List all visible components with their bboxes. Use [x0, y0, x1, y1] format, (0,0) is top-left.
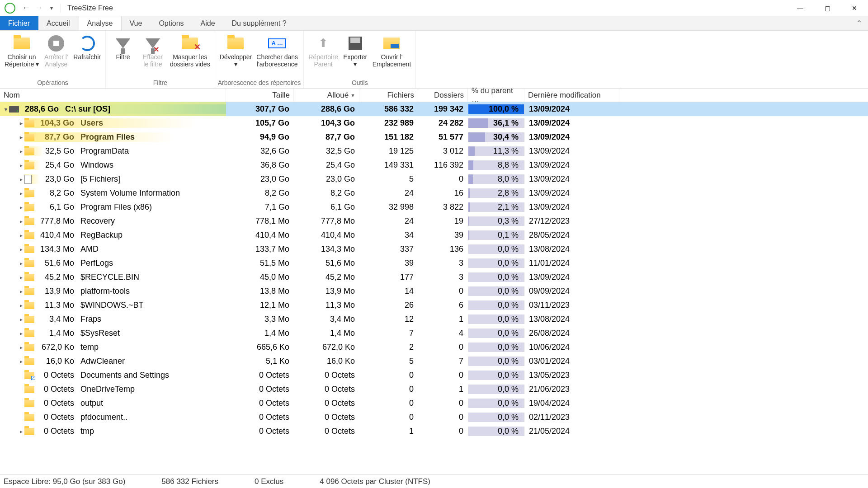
refresh-button[interactable]: Rafraîchir: [71, 33, 103, 62]
close-button[interactable]: ✕: [841, 0, 868, 16]
expander-icon[interactable]: ▸: [18, 120, 24, 127]
cell-date: 09/09/2024: [524, 286, 619, 296]
col-name[interactable]: Nom: [0, 89, 226, 102]
expander-icon[interactable]: ▸: [18, 204, 24, 211]
col-percent[interactable]: % du parent …: [468, 89, 524, 102]
col-folders[interactable]: Dossiers: [418, 89, 468, 102]
minimize-button[interactable]: —: [787, 0, 814, 16]
expander-icon[interactable]: ▸: [18, 428, 24, 435]
cell-fichiers: 586 332: [359, 104, 418, 114]
tree-row[interactable]: ▸1,4 Mo$SysReset1,4 Mo1,4 Mo740,0 %26/08…: [0, 326, 868, 340]
row-size: 0 Octets: [38, 385, 79, 394]
expander-icon[interactable]: ▸: [18, 218, 24, 225]
tree-row[interactable]: ↗0 OctetsDocuments and Settings0 Octets0…: [0, 368, 868, 382]
qat-dropdown[interactable]: ▾: [45, 2, 58, 14]
back-button[interactable]: ←: [20, 2, 33, 14]
app-icon: [5, 3, 15, 14]
tree-row[interactable]: ▸672,0 Kotemp665,6 Ko672,0 Ko200,0 %10/0…: [0, 340, 868, 354]
col-files[interactable]: Fichiers: [359, 89, 418, 102]
ribbon: Choisir unRépertoire ▾Arrêter l'AnalyseR…: [0, 31, 868, 89]
file-icon: [24, 175, 35, 184]
tree-row[interactable]: ▸6,1 GoProgram Files (x86)7,1 Go6,1 Go32…: [0, 200, 868, 214]
tree-rows[interactable]: ▾288,6 GoC:\ sur [OS]307,7 Go288,6 Go586…: [0, 102, 868, 474]
tab-options[interactable]: Options: [151, 16, 192, 30]
expander-icon[interactable]: ▸: [18, 288, 24, 295]
tree-row[interactable]: ▸134,3 MoAMD133,7 Mo134,3 Mo3371360,0 %1…: [0, 242, 868, 256]
expander-icon[interactable]: ▸: [18, 358, 24, 365]
tab-du-suppl-ment-[interactable]: Du supplément ?: [224, 16, 295, 30]
tree-row[interactable]: ▸45,2 Mo$RECYCLE.BIN45,0 Mo45,2 Mo17730,…: [0, 270, 868, 284]
expander-icon[interactable]: ▸: [18, 162, 24, 169]
tree-row[interactable]: ▸0 Octetstmp0 Octets0 Octets100,0 %21/05…: [0, 424, 868, 438]
folder-link-icon: ↗: [24, 371, 35, 380]
cell-alloue: 51,6 Mo: [294, 258, 359, 268]
tree-row[interactable]: ▸87,7 GoProgram Files94,9 Go87,7 Go151 1…: [0, 130, 868, 144]
cell-dossiers: 51 577: [418, 132, 468, 142]
label: l'arborescence: [257, 61, 298, 68]
cell-alloue: 23,0 Go: [294, 174, 359, 184]
forward-button[interactable]: →: [33, 2, 45, 14]
expander-icon[interactable]: ▸: [18, 134, 24, 141]
row-size: 25,4 Go: [38, 160, 79, 170]
ribbon-collapse[interactable]: ⌃: [850, 16, 868, 30]
hide-empty-button[interactable]: ✕Masquer lesdossiers vides: [168, 33, 212, 70]
tree-row[interactable]: ▸8,2 GoSystem Volume Information8,2 Go8,…: [0, 186, 868, 200]
tab-aide[interactable]: Aide: [193, 16, 224, 30]
cell-taille: 32,6 Go: [226, 146, 294, 156]
export-icon: [346, 34, 364, 52]
col-allocated[interactable]: Alloué ▼: [294, 89, 359, 102]
tree-row[interactable]: 0 Octetsoutput0 Octets0 Octets000,0 %19/…: [0, 396, 868, 410]
search-tree-button[interactable]: A …Chercher dansl'arborescence: [255, 33, 300, 70]
tree-row[interactable]: ▸104,3 GoUsers105,7 Go104,3 Go232 98924 …: [0, 116, 868, 130]
expander-icon[interactable]: ▸: [18, 190, 24, 197]
tree-row[interactable]: ▸13,9 Moplatform-tools13,8 Mo13,9 Mo1400…: [0, 284, 868, 298]
tab-accueil[interactable]: Accueil: [38, 16, 79, 30]
maximize-button[interactable]: ▢: [814, 0, 841, 16]
row-name: C:\ sur [OS]: [63, 104, 110, 114]
tab-analyse[interactable]: Analyse: [79, 16, 122, 30]
label: Répertoire: [308, 53, 338, 61]
cell-alloue: 672,0 Ko: [294, 343, 359, 352]
choose-dir-button[interactable]: Choisir unRépertoire ▾: [3, 33, 41, 70]
tree-row[interactable]: ▸23,0 Go[5 Fichiers]23,0 Go23,0 Go508,0 …: [0, 172, 868, 186]
cell-date: 13/08/2024: [524, 244, 619, 254]
cell-date: 10/06/2024: [524, 343, 619, 352]
expander-icon[interactable]: ▸: [18, 176, 24, 183]
expander-icon[interactable]: ▸: [18, 148, 24, 155]
tree-row[interactable]: ▸3,4 MoFraps3,3 Mo3,4 Mo1210,0 %13/08/20…: [0, 312, 868, 326]
tree-row[interactable]: ▸32,5 GoProgramData32,6 Go32,5 Go19 1253…: [0, 144, 868, 158]
expander-icon[interactable]: ▸: [18, 232, 24, 239]
tree-row[interactable]: ▸410,4 MoRegBackup410,4 Mo410,4 Mo34390,…: [0, 228, 868, 242]
tab-file[interactable]: Fichier: [0, 16, 38, 30]
tree-row[interactable]: ▸11,3 Mo$WINDOWS.~BT12,1 Mo11,3 Mo2660,0…: [0, 298, 868, 312]
cell-dossiers: 7: [418, 357, 468, 366]
stop-button[interactable]: Arrêter l'Analyse: [42, 33, 71, 70]
tree-row[interactable]: 0 Octetspfdocument..0 Octets0 Octets000,…: [0, 410, 868, 424]
expander-icon[interactable]: ▸: [18, 260, 24, 267]
tree-row[interactable]: ▸51,6 MoPerfLogs51,5 Mo51,6 Mo3930,0 %11…: [0, 256, 868, 270]
tree-root-row[interactable]: ▾288,6 GoC:\ sur [OS]307,7 Go288,6 Go586…: [0, 102, 868, 116]
tree-row[interactable]: ▸16,0 KoAdwCleaner5,1 Ko16,0 Ko570,0 %03…: [0, 354, 868, 368]
expand-button[interactable]: Développer▾: [218, 33, 254, 70]
cell-percent: 0,0 %: [468, 258, 524, 268]
parent-button[interactable]: ⬆RépertoireParent: [307, 33, 340, 70]
expander-icon[interactable]: ▾: [3, 106, 9, 113]
tree-row[interactable]: ▸25,4 GoWindows36,8 Go25,4 Go149 331116 …: [0, 158, 868, 172]
expander-icon[interactable]: ▸: [18, 344, 24, 351]
expander-icon[interactable]: ▸: [18, 330, 24, 337]
expander-icon[interactable]: ▸: [18, 246, 24, 253]
expander-icon[interactable]: ▸: [18, 302, 24, 309]
open-loc-button[interactable]: Ouvrir l'Emplacement: [371, 33, 413, 70]
col-modified[interactable]: Dernière modification: [524, 89, 619, 102]
tree-row[interactable]: ▸777,8 MoRecovery778,1 Mo777,8 Mo24190,3…: [0, 214, 868, 228]
cell-fichiers: 151 182: [359, 132, 418, 142]
cell-date: 21/06/2023: [524, 385, 619, 394]
clear-filter-button[interactable]: Effacerle filtre: [138, 33, 167, 70]
expander-icon[interactable]: ▸: [18, 316, 24, 323]
export-button[interactable]: Exporter▾: [341, 33, 370, 70]
tree-row[interactable]: 0 OctetsOneDriveTemp0 Octets0 Octets010,…: [0, 382, 868, 396]
filter-button[interactable]: Filtre: [108, 33, 137, 62]
col-size[interactable]: Taille: [226, 89, 294, 102]
tab-vue[interactable]: Vue: [122, 16, 151, 30]
expander-icon[interactable]: ▸: [18, 274, 24, 281]
